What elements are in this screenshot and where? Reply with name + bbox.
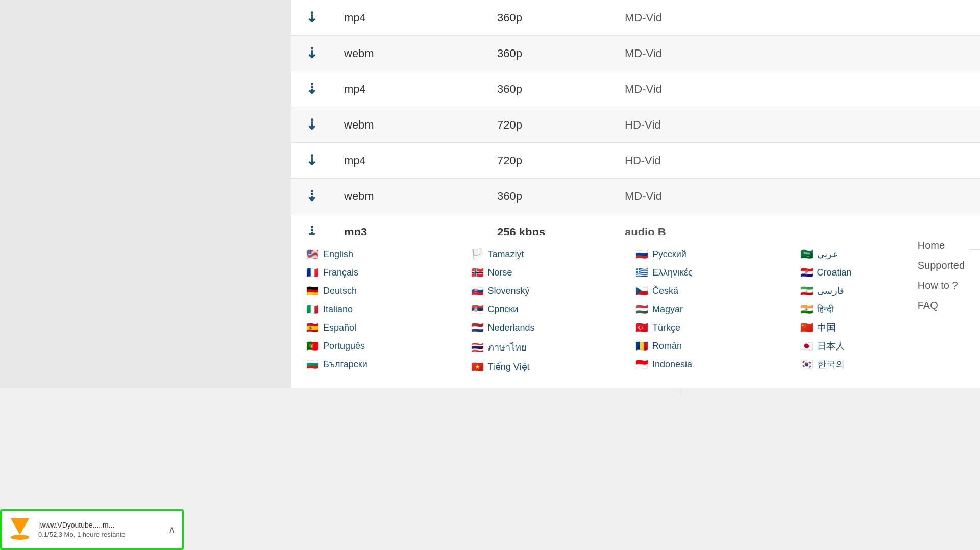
language-item[interactable]: 🇷🇸Српски (471, 300, 626, 318)
format-cell: mp4 (332, 0, 485, 36)
download-icon-cell[interactable]: ⇣ (291, 107, 332, 143)
language-label: Slovenský (488, 286, 530, 296)
language-label: Türkçe (652, 322, 680, 333)
language-item[interactable]: 🇧🇬Български (306, 355, 461, 373)
flag-icon: 🇻🇳 (471, 361, 484, 373)
download-icon-cell[interactable]: ⇣ (291, 71, 332, 107)
language-item[interactable]: 🇻🇳Tiếng Việt (471, 358, 626, 376)
language-item[interactable]: 🇨🇿Česká (635, 282, 790, 300)
download-icon-cell[interactable]: ⇣ (291, 0, 332, 36)
language-label: Español (323, 322, 356, 333)
quality-cell: 360p (485, 179, 612, 214)
language-label: Српски (488, 304, 519, 315)
download-icon[interactable]: ⇣ (306, 188, 317, 204)
nav-link[interactable]: Home (918, 240, 965, 252)
language-item[interactable]: 🇮🇩Indonesia (635, 355, 790, 373)
flag-icon: 🇷🇸 (471, 303, 484, 315)
language-col-1: 🇺🇸English🇫🇷Français🇩🇪Deutsch🇮🇹Italiano🇪🇸… (306, 245, 461, 376)
download-chevron[interactable]: ∧ (168, 524, 175, 535)
table-row: ⇣webm360pMD-Vid (291, 36, 980, 71)
flag-icon: 🇷🇺 (635, 248, 648, 260)
format-cell: webm (332, 36, 485, 71)
language-label: Русский (652, 249, 687, 260)
language-item[interactable]: 🇵🇹Português (306, 337, 461, 355)
download-icon-cell[interactable]: ⇣ (291, 179, 332, 214)
language-item[interactable]: 🇩🇪Deutsch (306, 282, 461, 300)
download-icon[interactable]: ⇣ (306, 10, 317, 26)
language-item[interactable]: 🇨🇳中国 (800, 318, 955, 337)
download-icon-cell[interactable]: ⇣ (291, 36, 332, 71)
language-label: Român (652, 341, 682, 352)
nav-links: HomeSupportedHow to ?FAQ (918, 240, 965, 311)
download-icon[interactable]: ⇣ (306, 153, 317, 168)
language-label: Nederlands (488, 322, 535, 333)
type-cell: MD-Vid (612, 179, 980, 214)
download-icon[interactable]: ⇣ (306, 81, 317, 97)
flag-icon: 🇮🇳 (800, 303, 813, 315)
language-label: 日本人 (817, 340, 845, 352)
language-label: Česká (652, 286, 678, 296)
nav-link[interactable]: FAQ (918, 299, 965, 311)
language-item[interactable]: 🇭🇺Magyar (635, 300, 790, 318)
language-label: Tiếng Việt (488, 361, 530, 372)
language-item[interactable]: 🇯🇵日本人 (800, 337, 955, 355)
nav-link[interactable]: How to ? (918, 280, 965, 291)
language-label: हिन्दी (817, 304, 834, 315)
language-item[interactable]: 🇹🇷Türkçe (635, 318, 790, 337)
flag-icon: 🇷🇴 (635, 340, 648, 352)
nav-link[interactable]: Supported (918, 260, 965, 271)
language-grid: 🇺🇸English🇫🇷Français🇩🇪Deutsch🇮🇹Italiano🇪🇸… (306, 245, 954, 376)
flag-icon: 🇧🇬 (306, 358, 319, 370)
language-label: Deutsch (323, 286, 357, 296)
flag-icon: 🇪🇸 (306, 321, 319, 334)
type-cell: MD-Vid (612, 71, 980, 107)
flag-icon: 🇹🇷 (635, 321, 648, 334)
language-item[interactable]: 🇸🇰Slovenský (471, 282, 626, 300)
download-info: [www.VDyoutube.....m... 0.1/52.3 Mo, 1 h… (38, 521, 161, 538)
language-label: فارسی (817, 285, 844, 296)
flag-icon: 🇸🇦 (800, 248, 813, 260)
flag-icon: 🏳️ (471, 248, 484, 260)
type-cell: MD-Vid (612, 0, 980, 36)
format-cell: webm (332, 179, 485, 214)
language-col-2: 🏳️Tamaziyt🇳🇴Norse🇸🇰Slovenský🇷🇸Српски🇳🇱Ne… (471, 245, 626, 376)
flag-icon: 🇨🇳 (800, 321, 813, 334)
language-label: English (323, 249, 353, 260)
download-bar[interactable]: [www.VDyoutube.....m... 0.1/52.3 Mo, 1 h… (0, 509, 184, 550)
language-item[interactable]: 🇫🇷Français (306, 263, 461, 282)
download-icon[interactable]: ⇣ (306, 117, 317, 133)
language-label: Português (323, 341, 365, 352)
flag-icon: 🇨🇿 (635, 285, 648, 297)
language-item[interactable]: 🇬🇷Ελληνικές (635, 263, 790, 282)
language-item[interactable]: 🇺🇸English (306, 245, 461, 263)
type-cell: MD-Vid (612, 36, 980, 71)
flag-icon: 🇸🇰 (471, 285, 484, 297)
language-item[interactable]: 🇳🇱Nederlands (471, 318, 626, 337)
language-item[interactable]: 🏳️Tamaziyt (471, 245, 626, 263)
language-item[interactable]: 🇪🇸Español (306, 318, 461, 337)
flag-icon: 🇰🇷 (800, 358, 813, 370)
language-col-3: 🇷🇺Русский🇬🇷Ελληνικές🇨🇿Česká🇭🇺Magyar🇹🇷Tür… (635, 245, 790, 376)
language-item[interactable]: 🇷🇴Român (635, 337, 790, 355)
type-cell: HD-Vid (612, 107, 980, 143)
flag-icon: 🇹🇭 (471, 341, 484, 354)
flag-icon: 🇳🇱 (471, 321, 484, 334)
flag-icon: 🇭🇷 (800, 266, 813, 279)
language-label: Magyar (652, 304, 683, 315)
language-label: ภาษาไทย (488, 340, 527, 355)
table-row: ⇣mp4360pMD-Vid (291, 71, 980, 107)
format-cell: mp4 (332, 71, 485, 107)
language-item[interactable]: 🇷🇺Русский (635, 245, 790, 263)
download-icon-cell[interactable]: ⇣ (291, 143, 332, 179)
flag-icon: 🇺🇸 (306, 248, 319, 260)
download-icon[interactable]: ⇣ (306, 45, 317, 61)
language-label: Italiano (323, 304, 353, 315)
language-item[interactable]: 🇰🇷한국의 (800, 355, 955, 373)
language-item[interactable]: 🇮🇹Italiano (306, 300, 461, 318)
format-cell: mp4 (332, 143, 485, 179)
format-cell: webm (332, 107, 485, 143)
flag-icon: 🇮🇹 (306, 303, 319, 315)
language-item[interactable]: 🇳🇴Norse (471, 263, 626, 282)
flag-icon: 🇫🇷 (306, 266, 319, 279)
language-item[interactable]: 🇹🇭ภาษาไทย (471, 337, 626, 358)
